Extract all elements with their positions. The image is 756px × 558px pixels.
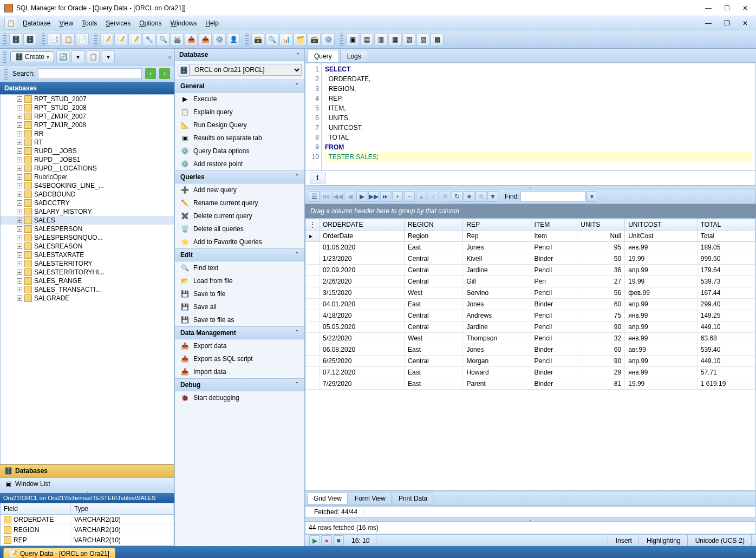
insert-record-button[interactable]: + xyxy=(392,191,403,202)
grid-row[interactable]: 6/25/2020CentralMorganPencil90апр.99449.… xyxy=(306,356,755,367)
goto-bookmark-button[interactable]: ☆ xyxy=(475,191,486,202)
tree-item[interactable]: +SALESPERSON xyxy=(1,225,174,233)
grid-cell[interactable]: 81 xyxy=(577,378,625,390)
menu-windows[interactable]: Windows xyxy=(166,18,201,29)
collapse-icon[interactable]: ⌃ xyxy=(295,381,299,389)
expand-icon[interactable]: + xyxy=(17,166,22,171)
grid-row[interactable]: 04.01.2020EastJonesBinder60апр.99299.40 xyxy=(306,299,755,310)
expand-icon[interactable]: + xyxy=(17,105,22,110)
tool-7-icon[interactable]: 🔧 xyxy=(142,33,155,46)
tree-item[interactable]: +SALESTERRITORYHI... xyxy=(1,268,174,277)
action-run-design-query[interactable]: 📐Run Design Query xyxy=(175,119,304,132)
grid-cell[interactable]: Pencil xyxy=(531,356,577,367)
grid-header[interactable]: ITEM xyxy=(531,219,577,231)
tree-item[interactable]: +SADCCTRY xyxy=(1,199,174,207)
window-tile-v-icon[interactable]: ▥ xyxy=(374,33,387,46)
refresh-grid-button[interactable]: ↻ xyxy=(452,191,462,202)
grid-cell[interactable]: Central xyxy=(405,265,463,276)
tool-11-icon[interactable]: 📥 xyxy=(199,33,212,46)
grid-cell[interactable]: апр.99 xyxy=(625,299,698,310)
grid-cell[interactable]: апр.99 xyxy=(625,356,698,367)
toolbar-grip[interactable] xyxy=(42,34,45,45)
tree-item[interactable]: +RUPD__JOBS1 xyxy=(1,155,174,164)
expand-icon[interactable]: + xyxy=(17,140,22,145)
filter-button[interactable]: ▼ xyxy=(487,191,498,202)
grid-cell[interactable]: янв.99 xyxy=(625,242,698,253)
search-prev-button[interactable]: ‹ xyxy=(145,68,156,79)
tool-17-icon[interactable]: 🗂️ xyxy=(294,33,307,46)
grid-cell[interactable]: 19.99 xyxy=(625,253,698,265)
grid-cell[interactable]: 189.05 xyxy=(697,242,755,253)
action-save-all[interactable]: 💾Save all xyxy=(175,300,304,313)
grid-header[interactable]: ORDERDATE xyxy=(320,219,405,231)
grid-cell[interactable]: 90 xyxy=(577,356,625,367)
collapse-icon[interactable]: ⌃ xyxy=(295,251,299,259)
expand-icon[interactable]: + xyxy=(17,183,22,188)
grid-cell[interactable]: Gill xyxy=(463,276,531,287)
record-icon[interactable]: ● xyxy=(321,535,332,546)
tree-item[interactable]: +SALESREASON xyxy=(1,242,174,251)
menu-options[interactable]: Options xyxy=(135,18,166,29)
grid-cell[interactable]: Pencil xyxy=(531,321,577,333)
expand-icon[interactable]: + xyxy=(17,192,22,197)
grid-row[interactable]: 3/15/2020WestSorvinoPencil56фев.99167.44 xyxy=(306,287,755,299)
props-icon[interactable]: 📋 xyxy=(87,50,100,63)
expand-icon[interactable]: + xyxy=(17,287,22,292)
grid-cell[interactable]: Central xyxy=(405,356,463,367)
grid-cell[interactable]: 167.44 xyxy=(697,287,755,299)
expand-icon[interactable]: + xyxy=(17,148,22,154)
expand-icon[interactable]: + xyxy=(17,252,22,258)
action-find-text[interactable]: 🔍Find text xyxy=(175,261,304,274)
window-cascade-icon[interactable]: ▣ xyxy=(346,33,359,46)
fields-col-field[interactable]: Field xyxy=(1,503,71,514)
action-export-as-sql-script[interactable]: 📤Export as SQL script xyxy=(175,352,304,365)
tool-2-icon[interactable]: 📋 xyxy=(62,33,75,46)
field-row[interactable]: REPVARCHAR2(10) xyxy=(1,535,174,546)
tool-13-icon[interactable]: 👤 xyxy=(227,33,240,46)
grid-subheader[interactable]: OrderDate xyxy=(320,231,405,242)
grid-cell[interactable]: 27 xyxy=(577,276,625,287)
grid-cell[interactable]: 999.50 xyxy=(697,253,755,265)
mdi-close-button[interactable]: ✕ xyxy=(739,18,752,28)
database-combo[interactable]: ORCL on Ora21 [ORCL] xyxy=(190,64,302,76)
grid-cell[interactable]: 60 xyxy=(577,344,625,356)
grid-cell[interactable]: 04.01.2020 xyxy=(320,299,405,310)
tree-item[interactable]: +S4SBOOKING_LINE_... xyxy=(1,181,174,190)
tab-grid-view[interactable]: Grid View xyxy=(308,493,348,504)
grid-header[interactable]: UNITS xyxy=(577,219,625,231)
prev-page-button[interactable]: ◀◀ xyxy=(333,191,343,202)
expand-icon[interactable]: + xyxy=(17,235,22,240)
collapse-icon[interactable]: ⌃ xyxy=(295,82,299,90)
window-6-icon[interactable]: ▨ xyxy=(416,33,429,46)
find-dropdown-button[interactable]: ▾ xyxy=(586,191,597,202)
grid-cell[interactable]: 32 xyxy=(577,333,625,344)
grid-cell[interactable]: Binder xyxy=(531,253,577,265)
tool-18-icon[interactable]: 🗃️ xyxy=(308,33,321,46)
grid-row[interactable]: 05.05.2020CentralJardinePencil90апр.9944… xyxy=(306,321,755,333)
grid-cell[interactable]: 60 xyxy=(577,299,625,310)
expand-icon[interactable]: + xyxy=(17,200,22,206)
action-add-to-favorite-queries[interactable]: ⭐Add to Favorite Queries xyxy=(175,235,304,248)
grid-cell[interactable]: Pencil xyxy=(531,287,577,299)
grid-cell[interactable]: Central xyxy=(405,321,463,333)
grid-cell[interactable]: 299.40 xyxy=(697,299,755,310)
collapse-icon[interactable]: ⌃ xyxy=(295,173,299,181)
grid-cell[interactable]: авг.99 xyxy=(625,344,698,356)
tree-item[interactable]: +RT xyxy=(1,138,174,147)
grid-cell[interactable]: Thompson xyxy=(463,333,531,344)
collapse-icon[interactable]: ⌃ xyxy=(295,329,299,337)
grid-cell[interactable]: фев.99 xyxy=(625,287,698,299)
play-icon[interactable]: ▶ xyxy=(309,535,320,546)
grid-cell[interactable]: янв.99 xyxy=(625,310,698,321)
grid-row[interactable]: 5/22/2020WestThompsonPencil32янв.9963.68 xyxy=(306,333,755,344)
grid-subheader[interactable]: UnitCost xyxy=(625,231,698,242)
action-query-data-options[interactable]: ⚙️Query Data options xyxy=(175,145,304,157)
grid-cell[interactable]: Central xyxy=(405,276,463,287)
grid-row[interactable]: 06.08.2020EastJonesBinder60авг.99539.40 xyxy=(306,344,755,356)
expand-icon[interactable]: + xyxy=(17,218,22,223)
grid-cell[interactable]: Jones xyxy=(463,344,531,356)
find-input[interactable] xyxy=(520,192,585,201)
collapse-icon[interactable]: ⌃ xyxy=(296,52,300,58)
grid-cell[interactable]: Binder xyxy=(531,378,577,390)
menu-view[interactable]: View xyxy=(55,18,77,29)
